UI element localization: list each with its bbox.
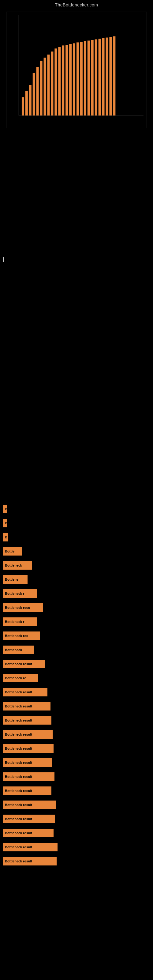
result-item-20: Bottleneck result bbox=[0, 772, 153, 781]
result-item-4: Bottle bbox=[0, 547, 153, 555]
result-bar-2[interactable]: B bbox=[3, 519, 7, 527]
result-bar-22[interactable]: Bottleneck result bbox=[3, 800, 56, 809]
result-bar-10[interactable]: Bottleneck res bbox=[3, 632, 40, 640]
result-bar-7[interactable]: Bottleneck r bbox=[3, 589, 37, 598]
result-item-19: Bottleneck result bbox=[0, 758, 153, 767]
site-title: TheBottlenecker.com bbox=[0, 0, 153, 9]
result-item-17: Bottleneck result bbox=[0, 730, 153, 739]
result-bar-3[interactable]: B bbox=[3, 533, 8, 541]
svg-rect-10 bbox=[48, 54, 50, 115]
result-item-26: Bottleneck result bbox=[0, 857, 153, 865]
svg-rect-3 bbox=[22, 97, 24, 116]
svg-rect-19 bbox=[80, 41, 83, 115]
result-bar-16[interactable]: Bottleneck result bbox=[3, 716, 51, 725]
result-bar-1[interactable]: B bbox=[3, 505, 7, 513]
svg-rect-14 bbox=[62, 45, 64, 115]
result-bar-6[interactable]: Bottlene bbox=[3, 575, 27, 584]
svg-rect-16 bbox=[69, 44, 72, 115]
result-bar-8[interactable]: Bottleneck resu bbox=[3, 603, 43, 612]
result-item-18: Bottleneck result bbox=[0, 744, 153, 753]
result-item-2: B bbox=[0, 519, 153, 527]
result-bar-19[interactable]: Bottleneck result bbox=[3, 758, 52, 767]
result-item-12: Bottleneck result bbox=[0, 660, 153, 668]
svg-rect-9 bbox=[44, 57, 46, 115]
result-bar-5[interactable]: Bottleneck bbox=[3, 561, 32, 570]
result-bar-13[interactable]: Bottleneck re bbox=[3, 674, 38, 682]
result-bar-15[interactable]: Bottleneck result bbox=[3, 702, 51, 711]
results-container: BBBBottleBottleneckBottleneBottleneck rB… bbox=[0, 502, 153, 865]
result-bar-12[interactable]: Bottleneck result bbox=[3, 660, 45, 668]
result-bar-24[interactable]: Bottleneck result bbox=[3, 829, 54, 837]
result-item-16: Bottleneck result bbox=[0, 716, 153, 725]
result-item-24: Bottleneck result bbox=[0, 829, 153, 837]
svg-rect-4 bbox=[26, 91, 28, 116]
result-item-13: Bottleneck re bbox=[0, 674, 153, 682]
result-item-8: Bottleneck resu bbox=[0, 603, 153, 612]
result-bar-11[interactable]: Bottleneck bbox=[3, 646, 33, 654]
result-bar-25[interactable]: Bottleneck result bbox=[3, 843, 57, 851]
result-bar-14[interactable]: Bottleneck result bbox=[3, 688, 48, 697]
result-item-11: Bottleneck bbox=[0, 646, 153, 654]
result-bar-18[interactable]: Bottleneck result bbox=[3, 744, 54, 753]
cursor-line bbox=[3, 257, 4, 262]
svg-rect-23 bbox=[95, 40, 97, 116]
svg-rect-26 bbox=[105, 38, 108, 116]
result-bar-9[interactable]: Bottleneck r bbox=[3, 617, 37, 626]
svg-rect-22 bbox=[91, 40, 94, 116]
chart-area bbox=[6, 12, 147, 128]
result-bar-26[interactable]: Bottleneck result bbox=[3, 857, 57, 865]
svg-rect-8 bbox=[40, 60, 43, 115]
result-item-25: Bottleneck result bbox=[0, 843, 153, 851]
result-item-22: Bottleneck result bbox=[0, 800, 153, 809]
svg-rect-27 bbox=[109, 37, 112, 116]
svg-rect-28 bbox=[113, 37, 115, 116]
result-bar-23[interactable]: Bottleneck result bbox=[3, 815, 55, 823]
svg-rect-21 bbox=[88, 41, 90, 116]
svg-rect-7 bbox=[37, 67, 39, 115]
result-bar-20[interactable]: Bottleneck result bbox=[3, 772, 54, 781]
result-item-10: Bottleneck res bbox=[0, 632, 153, 640]
svg-rect-5 bbox=[29, 85, 32, 115]
result-item-5: Bottleneck bbox=[0, 561, 153, 570]
result-item-3: B bbox=[0, 533, 153, 541]
svg-rect-15 bbox=[65, 45, 68, 115]
svg-rect-18 bbox=[76, 42, 79, 115]
svg-rect-11 bbox=[51, 51, 53, 115]
svg-rect-20 bbox=[84, 41, 86, 115]
result-item-23: Bottleneck result bbox=[0, 815, 153, 823]
result-bar-4[interactable]: Bottle bbox=[3, 547, 22, 555]
result-item-1: B bbox=[0, 505, 153, 513]
svg-rect-13 bbox=[58, 47, 61, 115]
result-item-6: Bottlene bbox=[0, 575, 153, 584]
result-item-15: Bottleneck result bbox=[0, 702, 153, 711]
result-bar-21[interactable]: Bottleneck result bbox=[3, 786, 51, 795]
svg-rect-24 bbox=[99, 39, 101, 116]
result-item-9: Bottleneck r bbox=[0, 617, 153, 626]
result-item-7: Bottleneck r bbox=[0, 589, 153, 598]
result-item-21: Bottleneck result bbox=[0, 786, 153, 795]
result-item-14: Bottleneck result bbox=[0, 688, 153, 697]
svg-rect-17 bbox=[73, 43, 75, 115]
svg-rect-25 bbox=[102, 38, 105, 116]
svg-rect-6 bbox=[33, 73, 35, 115]
result-bar-17[interactable]: Bottleneck result bbox=[3, 730, 53, 739]
svg-rect-12 bbox=[54, 48, 57, 115]
